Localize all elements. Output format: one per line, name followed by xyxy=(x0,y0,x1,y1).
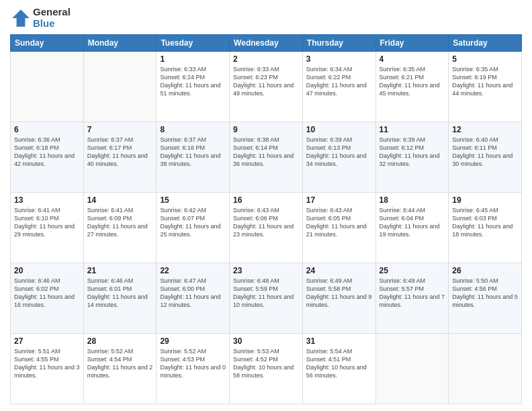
day-info: Sunrise: 5:53 AM Sunset: 4:52 PM Dayligh… xyxy=(233,347,299,380)
calendar-table: SundayMondayTuesdayWednesdayThursdayFrid… xyxy=(10,34,522,404)
calendar-cell: 21Sunrise: 6:46 AM Sunset: 6:01 PM Dayli… xyxy=(83,263,157,334)
calendar-cell: 27Sunrise: 5:51 AM Sunset: 4:55 PM Dayli… xyxy=(11,334,84,404)
day-number: 9 xyxy=(233,125,299,134)
day-info: Sunrise: 6:46 AM Sunset: 6:02 PM Dayligh… xyxy=(14,277,80,310)
day-info: Sunrise: 6:36 AM Sunset: 6:18 PM Dayligh… xyxy=(14,136,80,169)
day-info: Sunrise: 6:45 AM Sunset: 6:03 PM Dayligh… xyxy=(452,206,518,239)
day-info: Sunrise: 6:39 AM Sunset: 6:12 PM Dayligh… xyxy=(380,136,445,169)
calendar-cell: 24Sunrise: 6:49 AM Sunset: 5:58 PM Dayli… xyxy=(302,263,375,334)
day-number: 8 xyxy=(160,125,226,134)
calendar-cell: 30Sunrise: 5:53 AM Sunset: 4:52 PM Dayli… xyxy=(230,334,303,404)
calendar-cell: 16Sunrise: 6:43 AM Sunset: 6:06 PM Dayli… xyxy=(230,193,303,263)
day-info: Sunrise: 6:42 AM Sunset: 6:07 PM Dayligh… xyxy=(160,206,226,239)
day-info: Sunrise: 5:54 AM Sunset: 4:51 PM Dayligh… xyxy=(306,347,372,380)
day-number: 17 xyxy=(306,195,372,205)
calendar-week-5: 27Sunrise: 5:51 AM Sunset: 4:55 PM Dayli… xyxy=(11,334,522,404)
calendar-cell: 3Sunrise: 6:34 AM Sunset: 6:22 PM Daylig… xyxy=(302,52,375,122)
weekday-header-thursday: Thursday xyxy=(302,35,375,52)
day-number: 14 xyxy=(87,195,153,205)
day-info: Sunrise: 6:33 AM Sunset: 6:23 PM Dayligh… xyxy=(233,65,299,98)
calendar-cell: 10Sunrise: 6:39 AM Sunset: 6:13 PM Dayli… xyxy=(302,122,375,193)
calendar-week-4: 20Sunrise: 6:46 AM Sunset: 6:02 PM Dayli… xyxy=(11,263,522,334)
calendar-cell: 2Sunrise: 6:33 AM Sunset: 6:23 PM Daylig… xyxy=(230,52,303,122)
day-info: Sunrise: 6:43 AM Sunset: 6:06 PM Dayligh… xyxy=(233,206,299,239)
day-info: Sunrise: 6:34 AM Sunset: 6:22 PM Dayligh… xyxy=(306,65,372,98)
calendar-cell: 22Sunrise: 6:47 AM Sunset: 6:00 PM Dayli… xyxy=(157,263,230,334)
day-number: 20 xyxy=(14,266,80,275)
calendar-cell xyxy=(375,334,449,404)
day-number: 22 xyxy=(160,266,226,275)
weekday-header-row: SundayMondayTuesdayWednesdayThursdayFrid… xyxy=(11,35,522,52)
calendar-cell: 15Sunrise: 6:42 AM Sunset: 6:07 PM Dayli… xyxy=(157,193,230,263)
day-number: 1 xyxy=(160,54,226,64)
day-info: Sunrise: 5:50 AM Sunset: 4:56 PM Dayligh… xyxy=(452,277,518,310)
day-info: Sunrise: 6:37 AM Sunset: 6:16 PM Dayligh… xyxy=(160,136,226,169)
day-info: Sunrise: 6:47 AM Sunset: 6:00 PM Dayligh… xyxy=(160,277,226,310)
day-info: Sunrise: 6:40 AM Sunset: 6:11 PM Dayligh… xyxy=(452,136,518,169)
calendar-cell xyxy=(449,334,522,404)
calendar-cell: 31Sunrise: 5:54 AM Sunset: 4:51 PM Dayli… xyxy=(302,334,375,404)
day-info: Sunrise: 6:48 AM Sunset: 5:59 PM Dayligh… xyxy=(233,277,299,310)
day-number: 30 xyxy=(233,336,299,346)
calendar-cell: 4Sunrise: 6:35 AM Sunset: 6:21 PM Daylig… xyxy=(375,52,449,122)
day-number: 28 xyxy=(87,336,153,346)
calendar-week-3: 13Sunrise: 6:41 AM Sunset: 6:10 PM Dayli… xyxy=(11,193,522,263)
calendar-cell: 7Sunrise: 6:37 AM Sunset: 6:17 PM Daylig… xyxy=(83,122,157,193)
day-number: 5 xyxy=(452,54,518,64)
weekday-header-friday: Friday xyxy=(375,35,449,52)
calendar-cell: 1Sunrise: 6:33 AM Sunset: 6:24 PM Daylig… xyxy=(157,52,230,122)
calendar-week-2: 6Sunrise: 6:36 AM Sunset: 6:18 PM Daylig… xyxy=(11,122,522,193)
calendar-cell: 8Sunrise: 6:37 AM Sunset: 6:16 PM Daylig… xyxy=(157,122,230,193)
weekday-header-sunday: Sunday xyxy=(11,35,84,52)
day-info: Sunrise: 6:38 AM Sunset: 6:14 PM Dayligh… xyxy=(233,136,299,169)
weekday-header-wednesday: Wednesday xyxy=(230,35,303,52)
logo: General Blue xyxy=(10,7,71,29)
calendar-cell: 29Sunrise: 5:52 AM Sunset: 4:53 PM Dayli… xyxy=(157,334,230,404)
calendar-cell: 12Sunrise: 6:40 AM Sunset: 6:11 PM Dayli… xyxy=(449,122,522,193)
day-number: 21 xyxy=(87,266,153,275)
calendar-cell: 19Sunrise: 6:45 AM Sunset: 6:03 PM Dayli… xyxy=(449,193,522,263)
calendar-cell xyxy=(83,52,157,122)
header: General Blue xyxy=(10,7,522,29)
day-info: Sunrise: 6:49 AM Sunset: 5:58 PM Dayligh… xyxy=(306,277,372,310)
day-info: Sunrise: 6:41 AM Sunset: 6:09 PM Dayligh… xyxy=(87,206,153,239)
weekday-header-tuesday: Tuesday xyxy=(157,35,230,52)
day-number: 25 xyxy=(380,266,445,275)
page: General Blue SundayMondayTuesdayWednesda… xyxy=(0,0,532,411)
calendar-cell: 13Sunrise: 6:41 AM Sunset: 6:10 PM Dayli… xyxy=(11,193,84,263)
day-number: 19 xyxy=(452,195,518,205)
calendar-cell: 25Sunrise: 6:49 AM Sunset: 5:57 PM Dayli… xyxy=(375,263,449,334)
day-number: 24 xyxy=(306,266,372,275)
day-info: Sunrise: 6:44 AM Sunset: 6:04 PM Dayligh… xyxy=(380,206,445,239)
day-info: Sunrise: 5:52 AM Sunset: 4:54 PM Dayligh… xyxy=(87,347,153,380)
calendar-week-1: 1Sunrise: 6:33 AM Sunset: 6:24 PM Daylig… xyxy=(11,52,522,122)
day-number: 7 xyxy=(87,125,153,134)
day-info: Sunrise: 6:35 AM Sunset: 6:21 PM Dayligh… xyxy=(380,65,445,98)
calendar-cell: 26Sunrise: 5:50 AM Sunset: 4:56 PM Dayli… xyxy=(449,263,522,334)
calendar-cell: 28Sunrise: 5:52 AM Sunset: 4:54 PM Dayli… xyxy=(83,334,157,404)
day-info: Sunrise: 6:41 AM Sunset: 6:10 PM Dayligh… xyxy=(14,206,80,239)
day-info: Sunrise: 5:52 AM Sunset: 4:53 PM Dayligh… xyxy=(160,347,226,380)
day-number: 12 xyxy=(452,125,518,134)
day-info: Sunrise: 6:37 AM Sunset: 6:17 PM Dayligh… xyxy=(87,136,153,169)
calendar-cell: 11Sunrise: 6:39 AM Sunset: 6:12 PM Dayli… xyxy=(375,122,449,193)
calendar-cell: 14Sunrise: 6:41 AM Sunset: 6:09 PM Dayli… xyxy=(83,193,157,263)
calendar-cell xyxy=(11,52,84,122)
day-number: 27 xyxy=(14,336,80,346)
day-number: 6 xyxy=(14,125,80,134)
day-info: Sunrise: 6:33 AM Sunset: 6:24 PM Dayligh… xyxy=(160,65,226,98)
day-number: 18 xyxy=(380,195,445,205)
calendar-cell: 6Sunrise: 6:36 AM Sunset: 6:18 PM Daylig… xyxy=(11,122,84,193)
day-number: 26 xyxy=(452,266,518,275)
day-info: Sunrise: 6:49 AM Sunset: 5:57 PM Dayligh… xyxy=(380,277,445,310)
calendar-cell: 23Sunrise: 6:48 AM Sunset: 5:59 PM Dayli… xyxy=(230,263,303,334)
day-number: 23 xyxy=(233,266,299,275)
day-info: Sunrise: 6:43 AM Sunset: 6:05 PM Dayligh… xyxy=(306,206,372,239)
calendar-cell: 9Sunrise: 6:38 AM Sunset: 6:14 PM Daylig… xyxy=(230,122,303,193)
day-number: 13 xyxy=(14,195,80,205)
day-number: 16 xyxy=(233,195,299,205)
day-number: 10 xyxy=(306,125,372,134)
day-number: 31 xyxy=(306,336,372,346)
day-number: 4 xyxy=(380,54,445,64)
calendar-cell: 17Sunrise: 6:43 AM Sunset: 6:05 PM Dayli… xyxy=(302,193,375,263)
